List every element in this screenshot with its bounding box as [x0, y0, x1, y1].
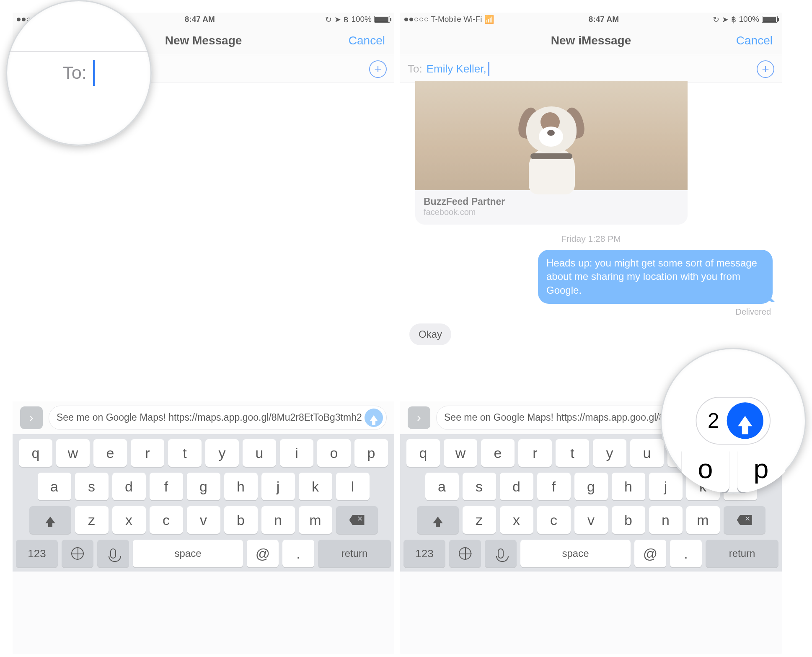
key-x[interactable]: x [112, 506, 146, 534]
key-d[interactable]: d [112, 473, 146, 500]
key-d[interactable]: d [500, 473, 533, 500]
key-q[interactable]: q [406, 439, 440, 467]
key-space[interactable]: space [520, 540, 631, 567]
cancel-button[interactable]: Cancel [349, 34, 385, 47]
key-c[interactable]: c [150, 506, 183, 534]
key-y[interactable]: y [593, 439, 626, 467]
bluetooth-icon: ฿ [344, 15, 349, 24]
backspace-icon [737, 515, 752, 525]
compose-row: › See me on Google Maps! https://maps.ap… [13, 401, 394, 434]
bluetooth-icon: ฿ [731, 15, 736, 24]
key-123[interactable]: 123 [16, 540, 58, 567]
keyboard: q w e r t y u i o p a s d f g h j k l [13, 434, 394, 572]
key-mic[interactable] [485, 540, 517, 567]
key-c[interactable]: c [537, 506, 571, 534]
cancel-button[interactable]: Cancel [736, 34, 773, 47]
key-z[interactable]: z [75, 506, 109, 534]
message-input[interactable]: See me on Google Maps! https://maps.app.… [49, 406, 387, 430]
app-drawer-button[interactable]: › [20, 406, 43, 429]
key-j[interactable]: j [649, 473, 683, 500]
key-r[interactable]: r [518, 439, 552, 467]
key-v[interactable]: v [574, 506, 608, 534]
key-l[interactable]: l [336, 473, 370, 500]
key-mic[interactable] [97, 540, 129, 567]
add-contact-button[interactable]: + [369, 60, 387, 78]
key-123[interactable]: 123 [403, 540, 445, 567]
key-q[interactable]: q [19, 439, 52, 467]
key-dot[interactable]: . [670, 540, 702, 567]
key-return[interactable]: return [318, 540, 391, 567]
key-w[interactable]: w [444, 439, 477, 467]
app-drawer-button[interactable]: › [408, 406, 430, 429]
key-r[interactable]: r [131, 439, 164, 467]
key-shift[interactable] [417, 506, 459, 534]
key-g[interactable]: g [574, 473, 608, 500]
key-shift[interactable] [29, 506, 71, 534]
key-u[interactable]: u [630, 439, 664, 467]
orientation-lock-icon: ↻ [325, 15, 332, 24]
mag-input-pill: 2 [696, 397, 771, 445]
key-a[interactable]: a [38, 473, 71, 500]
key-space[interactable]: space [133, 540, 243, 567]
received-message-bubble[interactable]: Okay [409, 323, 451, 345]
send-button[interactable] [365, 409, 383, 427]
key-h[interactable]: h [224, 473, 258, 500]
key-globe[interactable] [62, 540, 93, 567]
key-o[interactable]: o [317, 439, 351, 467]
mic-icon [110, 548, 116, 559]
key-b[interactable]: b [224, 506, 258, 534]
key-e[interactable]: e [481, 439, 515, 467]
key-e[interactable]: e [93, 439, 127, 467]
add-contact-button[interactable]: + [757, 60, 774, 78]
shift-icon [45, 517, 55, 523]
chevron-right-icon: › [417, 411, 421, 424]
key-k[interactable]: k [299, 473, 332, 500]
key-at[interactable]: @ [634, 540, 666, 567]
key-s[interactable]: s [463, 473, 496, 500]
globe-icon [459, 547, 471, 560]
status-time: 8:47 AM [185, 15, 215, 24]
key-j[interactable]: j [261, 473, 295, 500]
key-x[interactable]: x [500, 506, 533, 534]
key-z[interactable]: z [463, 506, 496, 534]
key-u[interactable]: u [243, 439, 276, 467]
key-t[interactable]: t [168, 439, 202, 467]
nav-title: New Message [165, 34, 242, 47]
message-timestamp: Friday 1:28 PM [408, 234, 774, 244]
message-text: See me on Google Maps! https://maps.app.… [57, 412, 365, 423]
key-globe[interactable] [449, 540, 481, 567]
key-i[interactable]: i [280, 439, 313, 467]
key-m[interactable]: m [299, 506, 332, 534]
nav-bar: New iMessage Cancel [400, 26, 782, 55]
key-b[interactable]: b [612, 506, 645, 534]
phone-right: T-Mobile Wi-Fi 📶 8:47 AM ↻ ➤ ฿ 100% New … [400, 13, 782, 654]
mag-send-button[interactable] [727, 402, 763, 439]
key-backspace[interactable] [724, 506, 765, 534]
key-t[interactable]: t [556, 439, 589, 467]
key-s[interactable]: s [75, 473, 109, 500]
key-backspace[interactable] [336, 506, 378, 534]
key-w[interactable]: w [56, 439, 90, 467]
key-n[interactable]: n [261, 506, 295, 534]
link-preview-domain: facebook.com [424, 207, 679, 217]
recipient-chip[interactable]: Emily Keller, [427, 62, 486, 75]
key-f[interactable]: f [537, 473, 571, 500]
key-return[interactable]: return [706, 540, 778, 567]
sent-message-bubble[interactable]: Heads up: you might get some sort of mes… [538, 250, 773, 304]
to-field-row[interactable]: To: Emily Keller, + [400, 55, 782, 83]
key-p[interactable]: p [354, 439, 388, 467]
key-at[interactable]: @ [247, 540, 279, 567]
key-a[interactable]: a [425, 473, 459, 500]
key-m[interactable]: m [686, 506, 720, 534]
key-f[interactable]: f [150, 473, 183, 500]
globe-icon [71, 547, 84, 560]
key-dot[interactable]: . [282, 540, 314, 567]
key-v[interactable]: v [187, 506, 220, 534]
key-h[interactable]: h [612, 473, 645, 500]
key-y[interactable]: y [205, 439, 239, 467]
link-preview-card[interactable]: BuzzFeed Partner facebook.com [415, 81, 688, 225]
shift-icon [433, 517, 443, 523]
to-label: To: [408, 62, 422, 75]
key-g[interactable]: g [187, 473, 220, 500]
key-n[interactable]: n [649, 506, 683, 534]
